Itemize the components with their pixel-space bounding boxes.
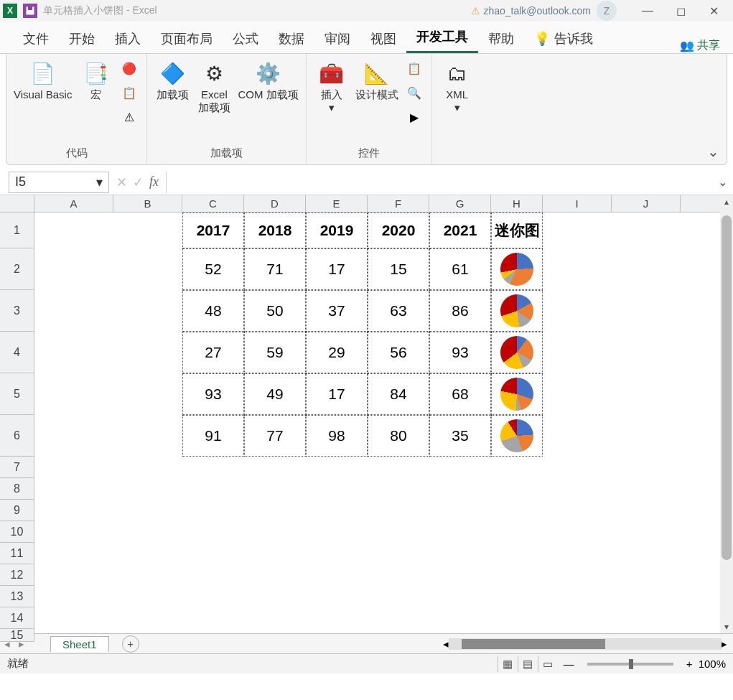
cell-G1[interactable]: 2021 — [429, 213, 491, 248]
cell-D2[interactable]: 71 — [244, 248, 306, 290]
zoom-in-button[interactable]: + — [681, 658, 699, 670]
tab-home[interactable]: 开始 — [59, 23, 105, 53]
vertical-scroll-thumb[interactable] — [722, 215, 732, 560]
zoom-slider[interactable] — [587, 663, 673, 666]
user-email[interactable]: zhao_talk@outlook.com — [483, 5, 591, 17]
column-header-D[interactable]: D — [244, 195, 306, 212]
cell-E6[interactable]: 98 — [306, 415, 368, 457]
maximize-button[interactable]: ◻ — [664, 4, 697, 18]
column-header-I[interactable]: I — [543, 195, 612, 212]
column-header-A[interactable]: A — [34, 195, 113, 212]
cell-C1[interactable]: 2017 — [182, 213, 244, 248]
tab-help[interactable]: 帮助 — [478, 23, 524, 53]
row-header-4[interactable]: 4 — [0, 332, 34, 373]
visual-basic-button[interactable]: 📄 Visual Basic — [14, 58, 72, 101]
avatar[interactable]: Z — [597, 1, 617, 21]
cell-E2[interactable]: 17 — [306, 248, 368, 290]
select-all-corner[interactable] — [0, 195, 34, 212]
cell-G5[interactable]: 68 — [429, 373, 491, 415]
cell-D4[interactable]: 59 — [244, 332, 306, 373]
row-header-3[interactable]: 3 — [0, 290, 34, 332]
cell-H3[interactable] — [491, 290, 543, 332]
horizontal-scrollbar[interactable]: ◂ ▸ — [139, 638, 733, 650]
row-header-1[interactable]: 1 — [0, 213, 34, 248]
column-header-F[interactable]: F — [368, 195, 429, 212]
page-break-view-button[interactable]: ▭ — [538, 656, 558, 672]
scroll-left-arrow[interactable]: ◂ — [443, 638, 449, 650]
zoom-level[interactable]: 100% — [699, 658, 726, 670]
com-addins-button[interactable]: ⚙️ COM 加载项 — [238, 58, 298, 101]
row-header-8[interactable]: 8 — [0, 478, 34, 500]
collapse-ribbon-button[interactable]: ⌄ — [707, 143, 719, 160]
column-header-E[interactable]: E — [306, 195, 368, 212]
page-layout-view-button[interactable]: ▤ — [518, 656, 538, 672]
row-header-7[interactable]: 7 — [0, 457, 34, 478]
scroll-down-arrow[interactable]: ▾ — [720, 622, 733, 632]
cell-H6[interactable] — [491, 415, 543, 457]
cell-D6[interactable]: 77 — [244, 415, 306, 457]
cell-D1[interactable]: 2018 — [244, 213, 306, 248]
tab-view[interactable]: 视图 — [360, 23, 406, 53]
run-dialog-button[interactable]: ▶ — [404, 107, 424, 127]
spreadsheet-grid[interactable]: ABCDEFGHIJ 123456789101112131415 2017201… — [0, 195, 733, 633]
chevron-down-icon[interactable]: ▾ — [96, 174, 103, 190]
tell-me[interactable]: 💡告诉我 — [524, 23, 603, 53]
cell-E1[interactable]: 2019 — [306, 213, 368, 248]
row-header-14[interactable]: 14 — [0, 607, 34, 629]
save-icon[interactable] — [23, 4, 37, 18]
cell-H5[interactable] — [491, 373, 543, 415]
formula-input[interactable] — [166, 172, 711, 193]
row-header-13[interactable]: 13 — [0, 586, 34, 607]
scroll-right-arrow[interactable]: ▸ — [722, 638, 727, 650]
row-header-9[interactable]: 9 — [0, 500, 34, 521]
cancel-formula-icon[interactable]: ✕ — [116, 174, 127, 190]
tab-insert[interactable]: 插入 — [105, 23, 151, 53]
xml-button[interactable]: 🗂 XML▾ — [439, 58, 475, 114]
row-header-2[interactable]: 2 — [0, 248, 34, 290]
column-header-J[interactable]: J — [612, 195, 681, 212]
cell-F2[interactable]: 15 — [368, 248, 429, 290]
column-header-B[interactable]: B — [113, 195, 182, 212]
close-button[interactable]: ✕ — [697, 4, 730, 18]
design-mode-button[interactable]: 📐 设计模式 — [355, 58, 398, 101]
cell-G2[interactable]: 61 — [429, 248, 491, 290]
cell-C2[interactable]: 52 — [182, 248, 244, 290]
cell-F1[interactable]: 2020 — [368, 213, 429, 248]
addins-button[interactable]: 🔷 加载项 — [154, 58, 190, 101]
tab-data[interactable]: 数据 — [269, 23, 314, 53]
macros-button[interactable]: 📑 宏 — [78, 58, 113, 101]
share-button[interactable]: 👥共享 — [680, 38, 720, 53]
scroll-up-arrow[interactable]: ▴ — [720, 197, 733, 207]
row-header-11[interactable]: 11 — [0, 543, 34, 564]
cell-F3[interactable]: 63 — [368, 290, 429, 332]
tab-page-layout[interactable]: 页面布局 — [151, 23, 223, 53]
cell-C5[interactable]: 93 — [182, 373, 244, 415]
properties-button[interactable]: 📋 — [404, 58, 424, 78]
row-header-15[interactable]: 15 — [0, 629, 34, 642]
zoom-out-button[interactable]: — — [558, 658, 580, 670]
cell-C3[interactable]: 48 — [182, 290, 244, 332]
tab-formulas[interactable]: 公式 — [223, 23, 269, 53]
cells-layer[interactable]: 20172018201920202021迷你图52711715614850376… — [34, 213, 720, 633]
tab-developer[interactable]: 开发工具 — [406, 21, 478, 53]
insert-control-button[interactable]: 🧰 插入▾ — [314, 58, 350, 114]
cell-F4[interactable]: 56 — [368, 332, 429, 373]
cell-C4[interactable]: 27 — [182, 332, 244, 373]
column-header-G[interactable]: G — [429, 195, 491, 212]
tab-review[interactable]: 审阅 — [314, 23, 360, 53]
expand-formula-bar-button[interactable]: ⌄ — [711, 175, 733, 189]
row-header-12[interactable]: 12 — [0, 564, 34, 586]
cell-E3[interactable]: 37 — [306, 290, 368, 332]
row-header-6[interactable]: 6 — [0, 415, 34, 457]
cell-F6[interactable]: 80 — [368, 415, 429, 457]
excel-addins-button[interactable]: ⚙ Excel 加载项 — [196, 58, 232, 114]
cell-G3[interactable]: 86 — [429, 290, 491, 332]
cell-E5[interactable]: 17 — [306, 373, 368, 415]
tab-file[interactable]: 文件 — [13, 23, 59, 53]
row-header-10[interactable]: 10 — [0, 521, 34, 543]
vertical-scrollbar[interactable]: ▴ ▾ — [720, 195, 733, 633]
sheet-tab-sheet1[interactable]: Sheet1 — [50, 636, 109, 652]
cell-D3[interactable]: 50 — [244, 290, 306, 332]
column-header-H[interactable]: H — [491, 195, 543, 212]
minimize-button[interactable]: — — [631, 4, 664, 17]
